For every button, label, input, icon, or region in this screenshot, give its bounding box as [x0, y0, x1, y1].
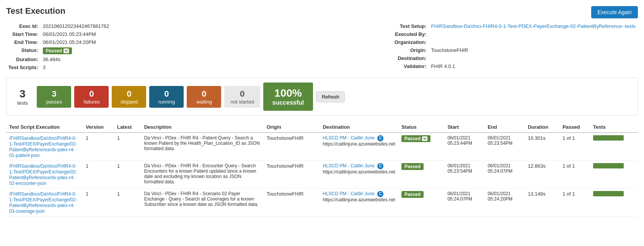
destination-label: Destination: [392, 54, 429, 62]
not-started-label: not started [230, 99, 254, 105]
organization-value [429, 38, 638, 46]
waiting-count: 0 [193, 89, 215, 99]
running-count: 0 [155, 89, 178, 99]
origin: TouchstoneFHIR [264, 161, 320, 189]
table-row: /FHIRSandbox/DaVinci/FHIR4-0-1-Test/PDEX… [6, 133, 638, 161]
results-table: Test Script Execution Version Latest Des… [6, 122, 638, 217]
passed: 1 of 1 [559, 161, 590, 189]
version: 1 [83, 189, 114, 217]
table-row: /FHIRSandbox/DaVinci/FHIR4-0-1-Test/PDEX… [6, 189, 638, 217]
destination-link[interactable]: HLSCD PM - Caitlin June [323, 191, 374, 196]
skipped-count: 0 [118, 89, 140, 99]
duration-label: Duration: [6, 55, 41, 63]
duration-value: 36.484s [41, 55, 112, 63]
col-end: End [484, 122, 525, 133]
execute-again-button[interactable]: Execute Again [591, 6, 638, 18]
latest: 1 [114, 133, 141, 161]
col-passed: Passed [559, 122, 590, 133]
col-duration: Duration [525, 122, 559, 133]
passes-box[interactable]: 3 passes [37, 86, 71, 108]
waiting-box[interactable]: 0 waiting [187, 86, 221, 108]
origin: TouchstoneFHIR [264, 189, 320, 217]
end: 06/01/2021 05:24:07PM [484, 161, 525, 189]
col-destination: Destination [320, 122, 398, 133]
test-setup-label: Test Setup: [392, 22, 429, 30]
c-badge: C [377, 135, 383, 141]
tests-bar [590, 133, 638, 161]
col-start: Start [444, 122, 484, 133]
tests-count: 3 [17, 88, 28, 100]
duration: 12.863s [525, 161, 559, 189]
status-badge: Passed [401, 191, 424, 198]
passed: 1 of 1 [559, 189, 590, 217]
test-scripts-label: Test Scripts: [6, 63, 41, 71]
waiting-label: waiting [193, 99, 215, 105]
destination: HLSCD PM - Caitlin June C https://caitli… [320, 161, 398, 189]
refresh-button[interactable]: Refresh [316, 91, 345, 102]
test-setup-link[interactable]: FHIRSandbox-DaVinci-FHIR4-0-1-Test-PDEX-… [431, 23, 636, 29]
end: 06/01/2021 05:23:54PM [484, 133, 525, 161]
col-status: Status [398, 122, 444, 133]
validator-value: FHIR 4.0.1 [429, 62, 638, 70]
skipped-label: skipped [118, 99, 140, 105]
tests-label: tests [17, 100, 28, 106]
status-badge: Passed W [43, 47, 72, 54]
col-version: Version [83, 122, 114, 133]
duration: 10.301s [525, 133, 559, 161]
organization-label: Organization: [392, 38, 429, 46]
version: 1 [83, 133, 114, 161]
description: Da Vinci - PDex - FHIR R4 - Scenario 02 … [141, 189, 264, 217]
c-badge: C [377, 191, 383, 197]
start: 06/01/2021 05:23:44PM [444, 133, 484, 161]
destination-link[interactable]: HLSCD PM - Caitlin June [323, 163, 374, 168]
start: 06/01/2021 05:24:07PM [444, 189, 484, 217]
end-time-value: 06/01/2021 05:24:20PM [41, 38, 112, 46]
origin-label: Origin: [392, 46, 429, 54]
description: Da Vinci - PDex - FHIR R4 - Encounter Qu… [141, 161, 264, 189]
success-label: successful [271, 99, 305, 106]
col-latest: Latest [114, 122, 141, 133]
executed-by-value [429, 30, 638, 38]
col-description: Description [141, 122, 264, 133]
success-box: 100% successful [263, 83, 313, 111]
running-box[interactable]: 0 running [149, 86, 184, 108]
running-label: running [155, 99, 178, 105]
failures-label: failures [80, 99, 103, 105]
script-link[interactable]: /FHIRSandbox/DaVinci/FHIR4-0-1-Test/PDEX… [9, 191, 77, 214]
start-time-label: Start Time: [6, 30, 41, 38]
start-time-value: 06/01/2021 05:23:44PM [41, 30, 112, 38]
passes-count: 3 [43, 89, 65, 99]
latest: 1 [114, 161, 141, 189]
origin: TouchstoneFHIR [264, 133, 320, 161]
not-started-box[interactable]: 0 not started [224, 86, 260, 108]
script-link[interactable]: /FHIRSandbox/DaVinci/FHIR4-0-1-Test/PDEX… [9, 136, 77, 158]
destination-link[interactable]: HLSCD PM - Caitlin June [323, 135, 374, 141]
tests-bar [590, 189, 638, 217]
script-link[interactable]: /FHIRSandbox/DaVinci/FHIR4-0-1-Test/PDEX… [9, 163, 77, 186]
col-script: Test Script Execution [6, 122, 83, 133]
end-time-label: End Time: [6, 38, 41, 46]
validator-label: Validator: [392, 62, 429, 70]
test-scripts-value: 3 [41, 63, 112, 71]
success-pct: 100% [271, 87, 305, 99]
destination: HLSCD PM - Caitlin June C https://caitli… [320, 133, 398, 161]
status-badge: Passed [401, 163, 424, 170]
failures-count: 0 [80, 89, 103, 99]
table-row: /FHIRSandbox/DaVinci/FHIR4-0-1-Test/PDEX… [6, 161, 638, 189]
passed: 1 of 1 [559, 133, 590, 161]
description: Da Vinci - PDex - FHIR R4 - Patient Quer… [141, 133, 264, 161]
exec-id-label: Exec Id: [6, 22, 41, 30]
exec-id-value: 20210601202344246788176​2 [41, 22, 112, 30]
end: 06/01/2021 05:24:20PM [484, 189, 525, 217]
skipped-box[interactable]: 0 skipped [112, 86, 146, 108]
status-w-flag: W [64, 49, 69, 53]
status-label: Status: [6, 46, 41, 55]
origin-value: TouchstoneFHIR [429, 46, 638, 54]
failures-box[interactable]: 0 failures [74, 86, 109, 108]
col-origin: Origin [264, 122, 320, 133]
page-title: Test Execution [6, 6, 65, 16]
destination: HLSCD PM - Caitlin June C https://caitli… [320, 189, 398, 217]
executed-by-label: Executed By: [392, 30, 429, 38]
c-badge: C [377, 163, 383, 169]
not-started-count: 0 [230, 89, 254, 99]
